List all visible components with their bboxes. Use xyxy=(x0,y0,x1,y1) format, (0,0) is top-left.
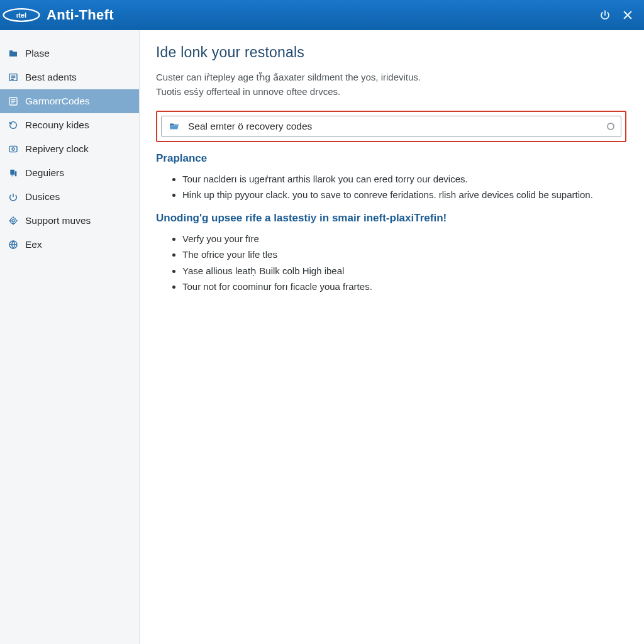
sidebar-item-eex[interactable]: Eex xyxy=(0,233,139,257)
sidebar-item-repivery-clock[interactable]: Repivery clock xyxy=(0,137,139,161)
svg-text:ıtel: ıtel xyxy=(16,11,26,19)
clock-icon xyxy=(8,143,19,155)
sidebar-item-support-muves[interactable]: Support muves xyxy=(0,209,139,233)
globe-icon xyxy=(8,239,19,250)
sidebar-item-label: GarmorrCodes xyxy=(25,96,90,107)
main-content: Ide lonk your restonals Custer can ir̀te… xyxy=(140,30,644,644)
app-title: Anti-Theft xyxy=(47,7,114,23)
page-title: Ide lonk your restonals xyxy=(156,44,626,61)
recovery-code-input[interactable] xyxy=(188,121,599,132)
folder-open-icon xyxy=(168,120,180,133)
praplance-list: Tour naclderı is ugeṙrant arthis llarok … xyxy=(156,171,626,203)
titlebar: ıtel Anti-Theft xyxy=(0,0,644,30)
list-item: Hink up thip pyyour clack. you to save t… xyxy=(182,187,626,203)
sidebar-item-label: Best adents xyxy=(25,72,77,83)
intro-line: Custer can ir̀tepley age tḧg a̋axater si… xyxy=(156,70,626,84)
svg-rect-4 xyxy=(9,146,17,152)
codes-icon xyxy=(8,96,19,107)
sidebar-item-deguiers[interactable]: Deguiers xyxy=(0,161,139,185)
sidebar-item-garmorrcodes[interactable]: GarmorrCodes xyxy=(0,89,139,113)
intel-logo: ıtel xyxy=(3,5,44,25)
body: Plase Best adents GarmorrCodes Recouny k… xyxy=(0,30,644,644)
search-highlight xyxy=(156,111,626,142)
list-icon xyxy=(8,72,19,83)
sidebar-item-label: Support muves xyxy=(25,215,91,226)
sidebar-item-recouny-kides[interactable]: Recouny kides xyxy=(0,113,139,137)
sidebar-item-label: Dusices xyxy=(25,191,60,203)
sidebar: Plase Best adents GarmorrCodes Recouny k… xyxy=(0,30,140,644)
recovery-icon xyxy=(8,119,19,131)
folder-icon xyxy=(8,48,19,59)
list-item: Tour naclderı is ugeṙrant arthis llarok … xyxy=(182,171,626,187)
search-indicator-icon xyxy=(607,123,614,130)
sidebar-item-label: Plase xyxy=(25,48,50,59)
support-icon xyxy=(8,215,19,226)
intro: Custer can ir̀tepley age tḧg a̋axater si… xyxy=(156,70,626,99)
sidebar-item-label: Eex xyxy=(25,239,42,250)
svg-point-5 xyxy=(12,148,14,150)
sidebar-item-dusices[interactable]: Dusices xyxy=(0,185,139,209)
sidebar-item-label: Repivery clock xyxy=(25,143,89,155)
sidebar-item-plase[interactable]: Plase xyxy=(0,42,139,65)
list-item: The ofrice your life tles xyxy=(182,247,626,263)
power-icon xyxy=(8,191,19,203)
intro-line: Tuotis esṡy offerteal in unnove oftee dr… xyxy=(156,84,626,99)
list-item: Yase allious leatḥ Builk colb High ibeal xyxy=(182,263,626,279)
section-heading-unoding: Unoding'g upsee rife a lastestiy in smai… xyxy=(156,212,626,225)
section-heading-praplance: Praplance xyxy=(156,152,626,165)
svg-point-6 xyxy=(12,219,14,222)
sidebar-item-label: Deguiers xyxy=(25,167,64,179)
app-window: ıtel Anti-Theft Plase Best adents xyxy=(0,0,644,644)
sidebar-item-label: Recouny kides xyxy=(25,119,89,131)
recovery-code-field[interactable] xyxy=(161,116,621,137)
power-button[interactable] xyxy=(594,4,616,26)
list-item: Verfy you your fïre xyxy=(182,231,626,247)
sidebar-item-best-adents[interactable]: Best adents xyxy=(0,65,139,89)
unoding-list: Verfy you your fïre The ofrice your life… xyxy=(156,231,626,295)
devices-icon xyxy=(8,167,19,179)
list-item: Tour not for coominur forı ficacle youa … xyxy=(182,279,626,295)
close-button[interactable] xyxy=(616,4,639,26)
